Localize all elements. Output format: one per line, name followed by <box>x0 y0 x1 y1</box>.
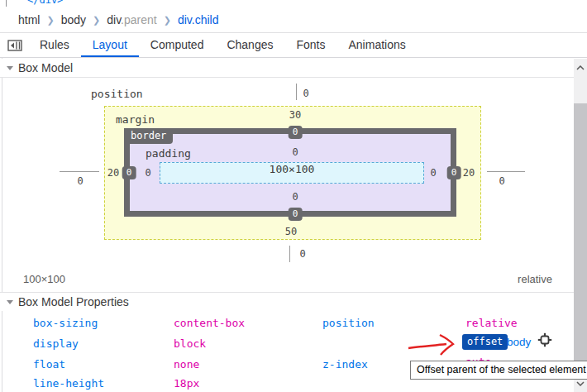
breadcrumb-item-div-child[interactable]: div.child <box>178 13 219 26</box>
element-position-summary: relative <box>518 273 552 285</box>
border-right-value[interactable]: 0 <box>447 166 461 179</box>
prop-name-float: float <box>33 358 65 370</box>
prop-value-float: none <box>174 358 199 370</box>
margin-right-value[interactable]: 20 <box>463 167 475 179</box>
triangle-down-icon <box>7 66 13 70</box>
padding-left-value[interactable]: 0 <box>145 167 150 179</box>
tab-computed[interactable]: Computed <box>139 33 216 57</box>
markup-gutter-line <box>6 0 7 7</box>
section-title: Box Model Properties <box>18 295 129 308</box>
breadcrumb-item-html[interactable]: html <box>18 13 40 26</box>
border-label: border <box>124 128 173 144</box>
markup-view-clipped-row: </div> <box>0 0 587 7</box>
offset-parent-link[interactable]: body <box>507 336 531 348</box>
position-right-value[interactable]: 0 <box>499 175 504 187</box>
position-left-value[interactable]: 0 <box>77 175 83 187</box>
prop-name-display: display <box>33 337 79 350</box>
clipped-closing-tag: </div> <box>27 0 63 6</box>
scrollbar-thumb[interactable] <box>574 103 587 361</box>
prop-value-box-sizing: content-box <box>174 317 245 329</box>
padding-label: padding <box>146 147 191 160</box>
tab-animations[interactable]: Animations <box>337 33 418 57</box>
section-title: Box Model <box>18 61 73 74</box>
position-bottom-value[interactable]: 0 <box>299 248 305 260</box>
position-bottom-tick <box>289 246 290 262</box>
position-top-value[interactable]: 0 <box>303 88 308 99</box>
scroll-down-button[interactable] <box>574 378 587 390</box>
margin-top-value[interactable]: 30 <box>289 109 301 121</box>
prop-value-line-height: 18px <box>174 377 199 390</box>
position-label: position <box>91 88 143 100</box>
tab-rules[interactable]: Rules <box>28 33 81 57</box>
margin-left-value[interactable]: 20 <box>107 167 119 179</box>
element-size-summary: 100×100 <box>23 273 65 285</box>
padding-top-value[interactable]: 0 <box>292 146 298 158</box>
margin-bottom-value[interactable]: 50 <box>285 226 297 237</box>
prop-value-position: relative <box>465 317 518 329</box>
content-region[interactable]: 100×100 <box>160 162 424 184</box>
prop-name-position: position <box>322 317 375 329</box>
chevron-up-icon <box>576 65 585 70</box>
collapse-sidebar-button[interactable] <box>5 36 25 54</box>
vertical-scrollbar[interactable] <box>574 59 587 392</box>
tab-changes[interactable]: Changes <box>215 33 284 57</box>
prop-name-z-index: z-index <box>322 358 368 370</box>
crosshair-icon[interactable] <box>537 332 552 347</box>
margin-label: margin <box>116 113 155 126</box>
breadcrumb: html ❯ body ❯ div.parent ❯ div.child <box>0 7 587 33</box>
breadcrumb-tag: div <box>107 13 121 26</box>
triangle-down-icon <box>7 300 13 304</box>
prop-name-box-sizing: box-sizing <box>33 317 98 329</box>
collapse-sidebar-icon <box>7 40 22 51</box>
devtools-layout-panel: </div> html ❯ body ❯ div.parent ❯ div.ch… <box>0 0 587 392</box>
breadcrumb-item-div-parent[interactable]: div.parent <box>107 13 156 26</box>
border-left-value[interactable]: 0 <box>122 166 136 179</box>
chevron-down-icon <box>576 381 585 386</box>
offset-badge: offset <box>462 334 508 350</box>
sidebar-tabbar: Rules Layout Computed Changes Fonts Anim… <box>0 33 587 58</box>
tooltip: Offset parent of the selected element <box>410 361 587 380</box>
padding-right-value[interactable]: 0 <box>430 167 436 179</box>
position-top-tick <box>296 84 297 100</box>
breadcrumb-item-body[interactable]: body <box>61 13 86 26</box>
box-model-properties-header[interactable]: Box Model Properties <box>0 292 587 311</box>
position-right-line <box>487 171 525 172</box>
breadcrumb-class: .parent <box>121 13 157 26</box>
scroll-up-button[interactable] <box>574 62 587 74</box>
box-model-section-header[interactable]: Box Model <box>0 59 587 78</box>
border-top-value[interactable]: 0 <box>289 126 303 139</box>
breadcrumb-separator-icon: ❯ <box>46 14 54 26</box>
position-left-line <box>60 171 99 172</box>
breadcrumb-separator-icon: ❯ <box>93 14 100 26</box>
prop-name-line-height: line-height <box>33 377 104 390</box>
tab-layout[interactable]: Layout <box>81 33 139 57</box>
red-annotation-arrow-icon <box>407 332 458 357</box>
breadcrumb-separator-icon: ❯ <box>164 14 171 26</box>
prop-value-display: block <box>174 337 206 350</box>
border-bottom-value[interactable]: 0 <box>289 208 303 221</box>
padding-bottom-value[interactable]: 0 <box>292 191 298 203</box>
tab-fonts[interactable]: Fonts <box>284 33 336 57</box>
